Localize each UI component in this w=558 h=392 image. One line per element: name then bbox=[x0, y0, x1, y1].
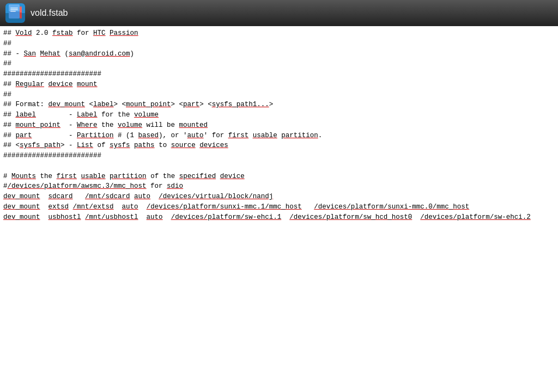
word-devices: devices bbox=[199, 142, 228, 149]
line-1: ## Vold 2.0 fstab for HTC Passion bbox=[3, 28, 555, 39]
line-3: ## - San Mehat (san@android.com) bbox=[3, 49, 555, 59]
word-label2: label bbox=[16, 111, 37, 119]
word-sdcard: sdcard bbox=[48, 193, 73, 200]
word-path6: /devices/platform/sw_hcd_host0 bbox=[289, 213, 412, 221]
word-dev-mount4: dev_mount bbox=[3, 213, 40, 221]
word-sdio: sdio bbox=[167, 182, 183, 190]
word-part: part bbox=[183, 101, 199, 108]
line-6: ## Regular device mount bbox=[3, 79, 555, 90]
line-19: dev_mount usbhostl /mnt/usbhostl auto /d… bbox=[3, 212, 555, 223]
word-extsd: extsd bbox=[48, 203, 69, 211]
line-16: #/devices/platform/awsmc.3/mmc_host for … bbox=[3, 181, 555, 192]
word-sysfs: sysfs bbox=[110, 142, 130, 149]
line-13: ######################## bbox=[3, 151, 555, 161]
word-usable2: usable bbox=[81, 173, 106, 180]
word-based: based bbox=[138, 132, 159, 139]
line-14 bbox=[3, 161, 555, 171]
word-list: List bbox=[77, 142, 93, 149]
word-usbhostl: usbhostl bbox=[48, 213, 81, 221]
word-path3: /devices/platform/sunxi-mmc.1/mmc_host bbox=[147, 203, 302, 211]
line-4: ## bbox=[3, 59, 555, 69]
window-title: vold.fstab bbox=[31, 8, 68, 18]
word-usable: usable bbox=[253, 132, 277, 139]
word-partition2: partition bbox=[281, 132, 318, 139]
word-first: first bbox=[228, 132, 249, 139]
word-auto4: auto bbox=[147, 213, 163, 221]
svg-rect-6 bbox=[20, 7, 22, 13]
file-content: ## Vold 2.0 fstab for HTC Passion ## ## … bbox=[0, 26, 558, 392]
word-path7: /devices/platform/sw-ehci.2 bbox=[420, 213, 531, 221]
word-source: source bbox=[171, 142, 196, 149]
word-auto: auto bbox=[187, 132, 204, 139]
word-auto2: auto bbox=[134, 193, 150, 200]
word-paths: paths bbox=[134, 142, 155, 149]
word-mnt-usbhostl: /mnt/usbhostl bbox=[85, 213, 138, 221]
word-mounts: Mounts bbox=[11, 173, 36, 180]
word-part2: part bbox=[16, 132, 32, 139]
word-sysfs-path2: sysfs_path bbox=[20, 142, 60, 149]
word-dev-mount3: dev_mount bbox=[3, 203, 40, 211]
word-label3: Label bbox=[77, 111, 98, 119]
word-dev-mount: dev_mount bbox=[48, 101, 86, 108]
line-18: dev_mount extsd /mnt/extsd auto /devices… bbox=[3, 202, 555, 212]
titlebar: vold.fstab bbox=[0, 0, 558, 26]
word-device: device bbox=[48, 81, 73, 88]
word-mnt-sdcard: /mnt/sdcard bbox=[85, 193, 130, 200]
line-2: ## bbox=[3, 39, 555, 49]
word-auto3: auto bbox=[122, 203, 138, 211]
word-vold: Vold bbox=[16, 29, 32, 37]
word-path1: /devices/platform/awsmc.3/mmc_host bbox=[8, 182, 147, 190]
line-12: ## <sysfs_path> - List of sysfs paths to… bbox=[3, 140, 555, 151]
word-regular: Regular bbox=[16, 81, 45, 88]
word-volume: volume bbox=[134, 111, 159, 119]
word-sysfs-path1: sysfs_path1... bbox=[212, 101, 269, 108]
word-partition: Partition bbox=[77, 132, 114, 139]
line-9: ## label - Label for the volume bbox=[3, 110, 555, 120]
word-email: san@android.com bbox=[69, 50, 130, 58]
word-volume2: volume bbox=[118, 121, 142, 129]
line-5: ######################## bbox=[3, 69, 555, 79]
word-htc: HTC bbox=[93, 29, 106, 37]
svg-rect-4 bbox=[10, 11, 16, 12]
line-17: dev_mount sdcard /mnt/sdcard auto /devic… bbox=[3, 192, 555, 202]
word-path5: /devices/platform/sw-ehci.1 bbox=[171, 213, 282, 221]
line-10: ## mount_point - Where the volume will b… bbox=[3, 120, 555, 131]
word-mounted: mounted bbox=[179, 121, 208, 129]
svg-rect-2 bbox=[10, 8, 18, 9]
word-label: label bbox=[93, 101, 114, 108]
word-device2: device bbox=[220, 173, 245, 180]
word-passion: Passion bbox=[110, 29, 138, 37]
word-mount-point2: mount_point bbox=[16, 121, 61, 129]
word-mehat: Mehat bbox=[40, 50, 61, 58]
line-11: ## part - Partition # (1 based), or 'aut… bbox=[3, 131, 555, 141]
word-fstab: fstab bbox=[52, 29, 73, 37]
word-path4: /devices/platform/sunxi-mmc.0/mmc_host bbox=[314, 203, 469, 211]
word-mount-point: mount_point bbox=[126, 101, 171, 108]
word-mount: mount bbox=[77, 81, 98, 88]
svg-rect-3 bbox=[10, 9, 18, 10]
line-8: ## Format: dev_mount <label> <mount_poin… bbox=[3, 100, 555, 110]
word-path2: /devices/virtual/block/nandj bbox=[159, 193, 273, 200]
app-icon bbox=[5, 3, 25, 23]
word-specified: specified bbox=[179, 173, 216, 180]
word-where: Where bbox=[77, 121, 98, 129]
word-dev-mount2: dev_mount bbox=[3, 193, 40, 200]
app-icon-symbol bbox=[8, 4, 23, 22]
word-san: San bbox=[24, 50, 37, 58]
word-first2: first bbox=[57, 173, 77, 180]
word-partition3: partition bbox=[110, 173, 147, 180]
line-15: # Mounts the first usable partition of t… bbox=[3, 171, 555, 182]
word-mnt-extsd: /mnt/extsd bbox=[73, 203, 114, 211]
line-7: ## bbox=[3, 90, 555, 100]
